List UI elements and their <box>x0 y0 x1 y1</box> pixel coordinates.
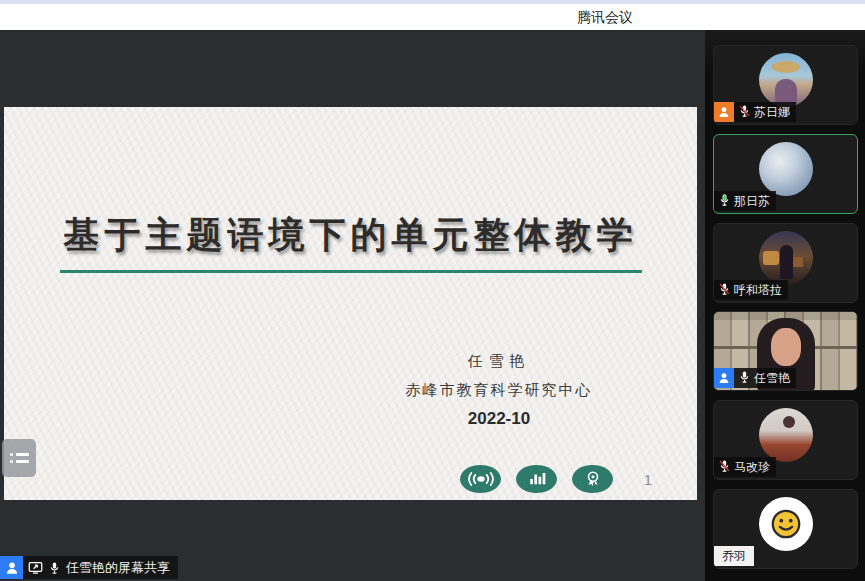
participants-sidebar: 苏日娜 那日苏 <box>705 30 865 581</box>
presentation-slide: 基于主题语境下的单元整体教学 任雪艳 赤峰市教育科学研究中心 2022-10 <box>4 107 697 500</box>
participant-tile[interactable]: 呼和塔拉 <box>713 223 858 303</box>
avatar <box>759 53 813 107</box>
mic-muted-icon <box>738 104 751 121</box>
window-title-bar[interactable]: 腾讯会议 <box>0 4 865 30</box>
participant-name: 那日苏 <box>734 193 770 210</box>
presenter-name: 任雪艳 <box>376 347 622 375</box>
mic-on-icon <box>48 561 61 575</box>
app-title: 腾讯会议 <box>577 9 633 27</box>
presenter-organization: 赤峰市教育科学研究中心 <box>376 375 622 405</box>
slide-list-icon <box>10 453 29 463</box>
smiley-icon <box>769 507 803 541</box>
participant-tile[interactable]: 那日苏 <box>713 134 858 214</box>
participant-tile-video[interactable]: 任雪艳 <box>713 311 858 391</box>
presentation-date: 2022-10 <box>376 405 622 433</box>
cohost-badge-icon <box>714 102 734 122</box>
slide-list-button[interactable] <box>2 439 36 477</box>
avatar <box>759 142 813 196</box>
avatar <box>759 408 813 462</box>
presenter-block: 任雪艳 赤峰市教育科学研究中心 2022-10 <box>376 347 622 433</box>
participant-name: 苏日娜 <box>754 104 790 121</box>
bar-chart-icon <box>516 465 557 493</box>
slide-title: 基于主题语境下的单元整体教学 <box>60 211 642 273</box>
avatar <box>759 497 813 551</box>
avatar <box>759 231 813 285</box>
screen-share-text: 任雪艳的屏幕共享 <box>66 559 170 577</box>
participant-name: 马改珍 <box>734 459 770 476</box>
participant-name: 呼和塔拉 <box>734 282 782 299</box>
slide-footer-icons <box>460 465 613 493</box>
participant-tile[interactable]: 马改珍 <box>713 400 858 480</box>
participant-tile[interactable]: 苏日娜 <box>713 45 858 125</box>
tencent-meeting-window: 腾讯会议 基于主题语境下的单元整体教学 任雪艳 赤峰市教育科学研究中心 2022… <box>0 0 865 581</box>
mic-muted-icon <box>718 282 731 299</box>
mic-muted-icon <box>718 459 731 476</box>
participant-name: 任雪艳 <box>754 370 790 387</box>
host-badge-icon <box>714 368 734 388</box>
mic-active-icon <box>718 193 731 210</box>
shared-screen-area: 基于主题语境下的单元整体教学 任雪艳 赤峰市教育科学研究中心 2022-10 <box>0 30 705 581</box>
mic-on-icon <box>738 370 751 387</box>
broadcast-icon <box>460 465 501 493</box>
host-badge-icon <box>0 556 23 579</box>
slide-page-number: 1 <box>644 472 652 488</box>
participant-name: 乔羽 <box>722 548 746 565</box>
screen-share-icon <box>28 561 43 574</box>
award-icon <box>572 465 613 493</box>
screen-share-banner[interactable]: 任雪艳的屏幕共享 <box>0 556 178 579</box>
participant-tile[interactable]: 乔羽 <box>713 489 858 569</box>
